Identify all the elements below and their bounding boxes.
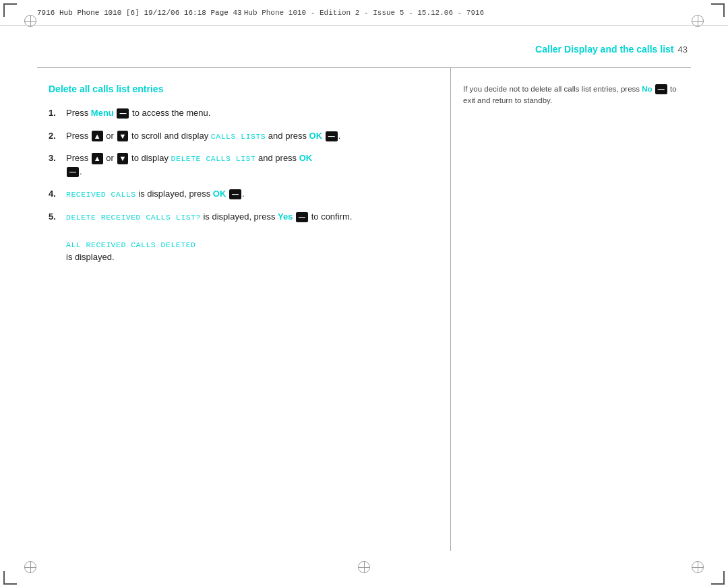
step-4-content: RECEIVED CALLS is displayed, press OK —. [66,187,426,201]
note-text: If you decide not to delete all calls li… [463,84,684,107]
step-3: 3. Press ▲ or ▼ to display DELETE CALLS … [49,152,426,178]
step-2-number: 2. [49,129,63,143]
step-2-down-key: ▼ [117,131,129,141]
step-2: 2. Press ▲ or ▼ to scroll and display CA… [49,129,426,143]
right-column: If you decide not to delete all calls li… [456,73,691,118]
step-3-down-key: ▼ [117,153,129,164]
step-5-lcd: DELETE RECEIVED CALLS LIST? [66,213,201,222]
page-title: Caller Display and the calls list [535,44,673,55]
step-2-ok-key: — [326,131,338,141]
corner-bracket-bl [3,571,17,585]
step-5-result-text: is displayed. [66,252,115,262]
step-4-number: 4. [49,187,63,201]
step-3-up-key: ▲ [92,153,103,164]
header-center-text: Hub Phone 1010 - Edition 2 - Issue 5 - 1… [244,9,484,17]
note-no-key: — [655,84,667,94]
step-4-ok-label: OK [213,189,226,199]
step-2-content: Press ▲ or ▼ to scroll and display CALLS… [66,129,426,143]
step-5-yes-label: Yes [278,211,293,222]
page-number: 43 [678,44,688,55]
step-3-lcd: DELETE CALLS LIST [171,154,256,163]
reg-mark-br [692,561,704,573]
step-5-yes-key: — [296,212,308,222]
step-2-up-key: ▲ [92,131,103,141]
note-no-label: No [642,85,652,93]
step-5-number: 5. [49,210,63,224]
step-3-number: 3. [49,152,63,165]
step-4-lcd: RECEIVED CALLS [66,190,136,199]
main-content: Delete all calls list entries 1. Press M… [42,73,691,551]
step-2-lcd: CALLS LISTS [211,132,266,141]
step-1-menu-label: Menu [91,108,114,118]
step-3-ok-key: — [67,167,79,177]
section-title: Delete all calls list entries [49,84,426,94]
step-1-number: 1. [49,106,63,120]
header-bar: 7916 Hub Phone 1010 [6] 19/12/06 16:18 P… [0,0,728,26]
left-column: Delete all calls list entries 1. Press M… [42,73,439,284]
step-5-content: DELETE RECEIVED CALLS LIST? is displayed… [66,210,426,264]
step-1: 1. Press Menu — to access the menu. [49,106,426,120]
step-1-content: Press Menu — to access the menu. [66,106,426,120]
page-header: Caller Display and the calls list 43 [535,44,688,55]
step-2-ok-label: OK [309,131,323,141]
divider-top [37,67,691,68]
step-5-result-lcd: ALL RECEIVED CALLS DELETED [66,239,426,251]
step-5: 5. DELETE RECEIVED CALLS LIST? is displa… [49,210,426,264]
step-1-menu-key: — [117,108,129,119]
reg-mark-bm [358,561,370,573]
corner-bracket-br [711,571,725,585]
step-3-content: Press ▲ or ▼ to display DELETE CALLS LIS… [66,152,426,178]
step-3-ok-label: OK [299,153,313,163]
reg-mark-bl [24,561,36,573]
step-list: 1. Press Menu — to access the menu. 2. P… [49,106,426,263]
step-4-ok-key: — [229,189,241,199]
step-4: 4. RECEIVED CALLS is displayed, press OK… [49,187,426,201]
